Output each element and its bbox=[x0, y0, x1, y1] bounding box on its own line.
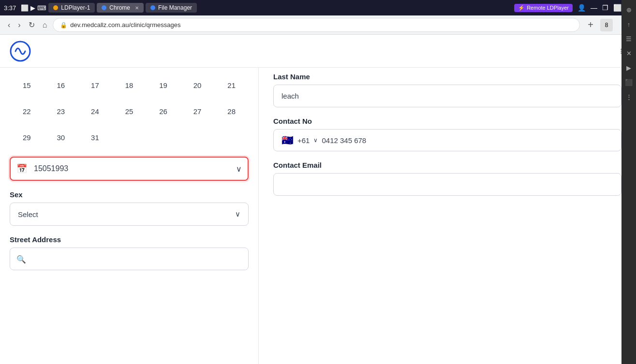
taskbar: 3:37 ⬜ ▶ ⌨ LDPlayer-1 Chrome ✕ File Mana… bbox=[4, 3, 197, 13]
sex-chevron-icon: ∨ bbox=[235, 210, 240, 218]
ldplayer-side-btn-3[interactable]: ☰ bbox=[623, 33, 635, 44]
contact-email-field: Contact Email bbox=[273, 161, 621, 196]
cal-day-19[interactable]: 19 bbox=[146, 73, 180, 98]
security-icon: 🔒 bbox=[60, 22, 67, 29]
search-icon: 🔍 bbox=[16, 254, 26, 263]
last-name-label: Last Name bbox=[273, 73, 621, 81]
cal-day-16[interactable]: 16 bbox=[44, 73, 78, 98]
ldplayer-side-btn-2[interactable]: ↑ bbox=[623, 18, 635, 30]
url-text: dev.medcallz.com.au/clinic/qrmessages bbox=[70, 21, 180, 29]
contact-no-label: Contact No bbox=[273, 117, 621, 125]
last-name-input[interactable] bbox=[273, 85, 621, 107]
date-chevron-icon: ∨ bbox=[236, 164, 242, 174]
street-section: Street Address 🔍 bbox=[10, 235, 249, 270]
chrome-tab-icon bbox=[102, 5, 106, 10]
app-logo bbox=[10, 41, 31, 62]
address-bar[interactable]: 🔒 dev.medcallz.com.au/clinic/qrmessages bbox=[53, 18, 580, 32]
system-bar: 3:37 ⬜ ▶ ⌨ LDPlayer-1 Chrome ✕ File Mana… bbox=[0, 0, 636, 15]
contact-no-field: Contact No 🇦🇺 +61 ∨ bbox=[273, 117, 621, 151]
cal-day-30[interactable]: 30 bbox=[44, 125, 78, 150]
remote-btn-label: Remote LDPlayer bbox=[527, 5, 569, 11]
filemanager-tab-label: File Manager bbox=[158, 4, 192, 11]
cal-day-15[interactable]: 15 bbox=[10, 73, 44, 98]
last-name-field: Last Name bbox=[273, 73, 621, 107]
calendar-row-3: 29 30 31 bbox=[10, 125, 249, 150]
cal-day-27[interactable]: 27 bbox=[180, 99, 215, 124]
restore-button[interactable]: ❐ bbox=[602, 4, 608, 12]
cal-day-24[interactable]: 24 bbox=[78, 99, 112, 124]
sex-select[interactable]: Select ∨ bbox=[10, 203, 249, 226]
cal-day-31[interactable]: 31 bbox=[78, 125, 112, 150]
sex-select-value: Select bbox=[18, 210, 38, 218]
calendar-grid: 15 16 17 18 19 20 21 22 23 24 25 26 27 2… bbox=[10, 73, 249, 150]
taskbar-tab-ldplayer[interactable]: LDPlayer-1 bbox=[48, 3, 95, 13]
minimize-button[interactable]: — bbox=[591, 4, 597, 12]
cal-day-28[interactable]: 28 bbox=[214, 99, 249, 124]
cal-day-18[interactable]: 18 bbox=[112, 73, 147, 98]
calendar-row-2: 22 23 24 25 26 27 28 bbox=[10, 99, 249, 124]
forward-button[interactable]: › bbox=[16, 19, 22, 31]
user-icon: 👤 bbox=[577, 4, 586, 12]
remote-ldplayer-button[interactable]: ⚡ Remote LDPlayer bbox=[514, 4, 573, 12]
left-panel: 15 16 17 18 19 20 21 22 23 24 25 26 27 2… bbox=[0, 68, 259, 364]
cal-day-26[interactable]: 26 bbox=[146, 99, 180, 124]
ldplayer-side-btn-4[interactable]: ✕ bbox=[623, 47, 635, 59]
system-bar-right: ⚡ Remote LDPlayer 👤 — ❐ ⬜ ✕ bbox=[514, 4, 632, 12]
cal-day-20[interactable]: 20 bbox=[180, 73, 215, 98]
flag-icon: 🇦🇺 bbox=[281, 134, 294, 146]
filemanager-tab-icon bbox=[150, 5, 155, 10]
ext-count: 8 bbox=[605, 22, 608, 29]
date-of-birth-input[interactable] bbox=[10, 157, 249, 181]
cal-day-29[interactable]: 29 bbox=[10, 125, 44, 150]
ldplayer-sidebar: ⊕ ↑ ☰ ✕ ▶ ⬛ ⋮ bbox=[621, 0, 636, 364]
cal-empty-2 bbox=[146, 125, 180, 150]
contact-email-label: Contact Email bbox=[273, 161, 621, 169]
phone-number-input[interactable] bbox=[322, 136, 613, 145]
phone-field[interactable]: 🇦🇺 +61 ∨ bbox=[273, 129, 621, 151]
home-button[interactable]: ⌂ bbox=[41, 19, 49, 31]
taskbar-tab-chrome[interactable]: Chrome ✕ bbox=[97, 3, 144, 13]
street-label: Street Address bbox=[10, 235, 249, 244]
ldplayer-side-btn-6[interactable]: ⬛ bbox=[623, 76, 635, 88]
sex-label: Sex bbox=[10, 190, 249, 199]
cal-day-23[interactable]: 23 bbox=[44, 99, 78, 124]
cal-day-17[interactable]: 17 bbox=[78, 73, 112, 98]
cal-day-21[interactable]: 21 bbox=[214, 73, 249, 98]
country-code: +61 bbox=[297, 136, 310, 145]
contact-email-input[interactable] bbox=[273, 173, 621, 196]
ldplayer-side-btn-7[interactable]: ⋮ bbox=[623, 91, 635, 102]
ldplayer-side-btn-1[interactable]: ⊕ bbox=[623, 4, 635, 15]
app-header: ≡ bbox=[0, 35, 636, 68]
main-content: 15 16 17 18 19 20 21 22 23 24 25 26 27 2… bbox=[0, 68, 636, 364]
ldplayer-side-btn-5[interactable]: ▶ bbox=[623, 62, 635, 73]
system-time: 3:37 bbox=[4, 4, 16, 12]
right-panel: Last Name Contact No 🇦🇺 +61 ∨ Contact Em… bbox=[259, 68, 636, 364]
maximize-button[interactable]: ⬜ bbox=[613, 4, 621, 12]
chrome-tab-close[interactable]: ✕ bbox=[135, 5, 139, 11]
street-address-wrapper: 🔍 bbox=[10, 248, 249, 270]
calendar-row-1: 15 16 17 18 19 20 21 bbox=[10, 73, 249, 98]
cal-day-22[interactable]: 22 bbox=[10, 99, 44, 124]
ldplayer-icon bbox=[53, 5, 58, 10]
date-input-wrapper: 📅 ∨ bbox=[10, 157, 249, 181]
taskbar-tab-filemanager[interactable]: File Manager bbox=[146, 3, 197, 13]
ldplayer-tab-label: LDPlayer-1 bbox=[61, 4, 90, 11]
chrome-tab-label: Chrome bbox=[109, 4, 130, 11]
browser-chrome: ‹ › ↻ ⌂ 🔒 dev.medcallz.com.au/clinic/qrm… bbox=[0, 15, 636, 35]
cal-empty-1 bbox=[112, 125, 147, 150]
sex-section: Sex Select ∨ bbox=[10, 190, 249, 226]
country-chevron-icon[interactable]: ∨ bbox=[313, 137, 318, 144]
extensions-button[interactable]: 8 bbox=[600, 19, 613, 31]
cal-day-25[interactable]: 25 bbox=[112, 99, 147, 124]
street-address-input[interactable] bbox=[10, 248, 249, 270]
cal-empty-4 bbox=[214, 125, 249, 150]
calendar-icon: 📅 bbox=[16, 163, 27, 174]
refresh-button[interactable]: ↻ bbox=[27, 18, 37, 31]
back-button[interactable]: ‹ bbox=[6, 19, 12, 31]
new-tab-button[interactable]: + bbox=[586, 17, 595, 32]
cal-empty-3 bbox=[180, 125, 215, 150]
